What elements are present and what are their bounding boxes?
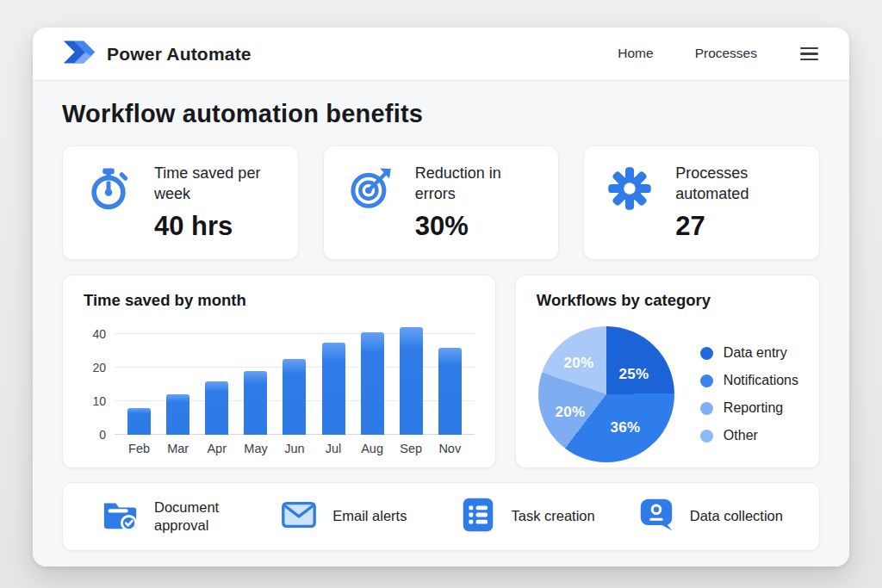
- bar-may[interactable]: [244, 371, 267, 435]
- stat-label: Time saved per week: [154, 164, 276, 205]
- x-axis-tick-label: May: [244, 442, 267, 455]
- x-axis-tick-label: Nov: [438, 442, 462, 455]
- pie-slice-label: 36%: [610, 419, 640, 436]
- bar-mar[interactable]: [166, 394, 189, 435]
- legend-dot-icon: [700, 374, 713, 387]
- stat-value: 40 hrs: [154, 211, 276, 242]
- folder-check-icon: [101, 495, 140, 538]
- bar-chart: 0102040 FebMarAprMayJunJulAugSepNov: [84, 323, 475, 455]
- stopwatch-icon: [85, 165, 132, 215]
- bar-jun[interactable]: [283, 359, 306, 435]
- bar-nov[interactable]: [438, 348, 462, 435]
- feature-email-alerts[interactable]: Email alerts: [279, 495, 419, 538]
- stat-label: Processes automated: [675, 164, 797, 205]
- x-axis-tick-label: Mar: [166, 442, 189, 455]
- stat-card-processes-automated: Processes automated 27: [583, 145, 820, 260]
- stat-card-error-reduction: Reduction in errors 30%: [323, 145, 560, 260]
- task-list-icon: [458, 495, 498, 538]
- stat-value: 30%: [415, 211, 537, 242]
- person-search-icon: [637, 495, 676, 538]
- bar-chart-x-axis: FebMarAprMayJunJulAugSepNov: [115, 435, 475, 455]
- bar-chart-plot: [115, 323, 475, 435]
- app-window: Power Automate Home Processes Workflow a…: [33, 28, 849, 566]
- legend-label: Other: [724, 428, 758, 443]
- legend-label: Data entry: [724, 345, 787, 361]
- pie-legend: Data entryNotificationsReportingOther: [700, 345, 798, 443]
- x-axis-tick-label: Jun: [283, 442, 306, 455]
- stat-value: 27: [675, 211, 797, 242]
- legend-item-data-entry: Data entry: [700, 345, 798, 361]
- x-axis-tick-label: Apr: [205, 442, 228, 455]
- pie-chart-card: Workflows by category 25%36%20%20% Data …: [515, 275, 820, 468]
- bar-feb[interactable]: [127, 408, 151, 435]
- top-nav: Home Processes: [618, 44, 820, 64]
- brand: Power Automate: [62, 37, 252, 71]
- feature-label: Data collection: [690, 507, 783, 525]
- bar-chart-y-axis: 0102040: [84, 323, 106, 435]
- pie-slice-label: 20%: [555, 404, 585, 421]
- x-axis-tick-label: Aug: [361, 442, 384, 455]
- legend-dot-icon: [700, 430, 713, 443]
- target-arrow-icon: [346, 165, 393, 215]
- feature-task-creation[interactable]: Task creation: [458, 495, 598, 538]
- bar-chart-title: Time saved by month: [84, 291, 475, 310]
- bar-sep[interactable]: [400, 327, 423, 435]
- brand-name: Power Automate: [107, 44, 252, 65]
- x-axis-tick-label: Sep: [400, 442, 423, 455]
- stats-row: Time saved per week 40 hrs Reduction in …: [62, 145, 820, 260]
- legend-label: Reporting: [724, 400, 783, 416]
- hamburger-icon[interactable]: [798, 44, 820, 64]
- features-strip: Document approval Email alerts: [62, 482, 820, 551]
- pie-slice-label: 25%: [618, 366, 649, 383]
- bar-chart-card: Time saved by month 0102040 FebMarAprMay…: [62, 275, 496, 468]
- nav-link-home[interactable]: Home: [618, 46, 653, 61]
- app-header: Power Automate Home Processes: [33, 28, 849, 81]
- legend-dot-icon: [700, 347, 713, 360]
- x-axis-tick-label: Feb: [127, 442, 151, 455]
- legend-label: Notifications: [724, 373, 798, 388]
- dashboard-content: Workflow automation benefits Time saved …: [33, 81, 849, 566]
- feature-label: Email alerts: [332, 507, 419, 525]
- pie-chart-title: Workflows by category: [537, 291, 798, 310]
- pie-chart[interactable]: 25%36%20%20%: [538, 326, 674, 462]
- legend-item-reporting: Reporting: [700, 400, 798, 416]
- legend-item-other: Other: [700, 428, 798, 443]
- charts-row: Time saved by month 0102040 FebMarAprMay…: [62, 275, 820, 468]
- stat-card-time-saved: Time saved per week 40 hrs: [62, 145, 299, 260]
- feature-data-collection[interactable]: Data collection: [637, 495, 783, 538]
- x-axis-tick-label: Jul: [322, 442, 345, 455]
- stat-label: Reduction in errors: [415, 164, 537, 205]
- y-axis-tick-label: 20: [92, 361, 106, 374]
- y-axis-tick-label: 40: [92, 327, 106, 341]
- bar-jul[interactable]: [322, 343, 345, 435]
- y-axis-tick-label: 10: [92, 394, 106, 408]
- page-title: Workflow automation benefits: [62, 100, 820, 128]
- bar-aug[interactable]: [361, 332, 384, 435]
- pie-slice-label: 20%: [563, 355, 593, 372]
- bar-apr[interactable]: [205, 381, 228, 435]
- envelope-icon: [279, 495, 319, 538]
- y-axis-tick-label: 0: [99, 428, 106, 442]
- feature-document-approval[interactable]: Document approval: [101, 495, 240, 538]
- feature-label: Task creation: [512, 507, 598, 525]
- power-automate-logo-icon: [62, 37, 96, 71]
- legend-dot-icon: [700, 402, 713, 415]
- nav-link-processes[interactable]: Processes: [695, 46, 757, 61]
- feature-label: Document approval: [154, 498, 240, 535]
- legend-item-notifications: Notifications: [700, 373, 798, 388]
- gear-icon: [606, 165, 653, 215]
